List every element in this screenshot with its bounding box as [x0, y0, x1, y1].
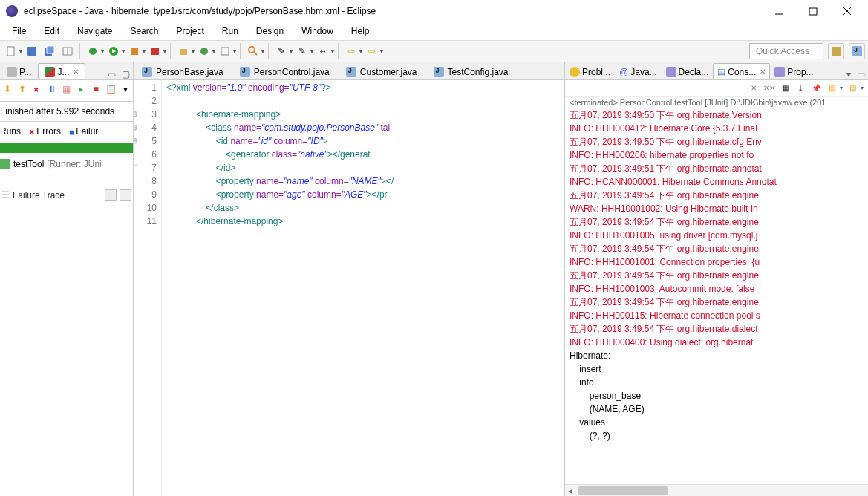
- dropdown-icon[interactable]: ▾: [290, 48, 293, 55]
- dropdown-icon[interactable]: ▾: [212, 48, 215, 55]
- dropdown-icon[interactable]: ▾: [310, 48, 313, 55]
- dropdown-icon[interactable]: ▾: [233, 48, 236, 55]
- close-icon[interactable]: ✕: [73, 68, 79, 76]
- quick-access-input[interactable]: Quick Access: [749, 43, 823, 59]
- next-failure-button[interactable]: ⬇: [1, 83, 13, 95]
- maximize-view-button[interactable]: ▢: [119, 69, 133, 79]
- menu-navigate[interactable]: Navigate: [70, 25, 120, 38]
- debug-button[interactable]: [85, 43, 101, 59]
- editor-tab[interactable]: PersonBase.java: [134, 63, 232, 79]
- dropdown-icon[interactable]: ▾: [331, 48, 334, 55]
- tab-junit[interactable]: J...✕: [38, 63, 85, 79]
- menu-button[interactable]: ▾: [120, 83, 131, 95]
- dropdown-icon[interactable]: ▾: [143, 48, 146, 55]
- stop-button[interactable]: ■: [90, 83, 102, 95]
- remove-launch-button[interactable]: ✕: [748, 82, 760, 94]
- clear-console-button[interactable]: ▦: [779, 82, 791, 94]
- compare-button[interactable]: [105, 189, 117, 201]
- dropdown-icon[interactable]: ▾: [840, 85, 843, 91]
- junit-icon: [45, 67, 55, 77]
- dropdown-icon[interactable]: ▾: [261, 48, 264, 55]
- nav-button[interactable]: ↔: [315, 43, 331, 59]
- forward-button[interactable]: ⇨: [364, 43, 380, 59]
- new-button[interactable]: [3, 43, 19, 59]
- view-menu-button[interactable]: ▾: [843, 69, 854, 79]
- rerun-failed-button[interactable]: ▸: [75, 83, 87, 95]
- svg-rect-4: [7, 47, 14, 56]
- test-tree-item[interactable]: testTool [Runner: JUni: [0, 157, 133, 171]
- dropdown-icon[interactable]: ▾: [19, 48, 22, 55]
- separator-icon: [240, 43, 241, 59]
- minimize-view-button[interactable]: ▭: [105, 69, 119, 79]
- dropdown-icon[interactable]: ▾: [380, 48, 383, 55]
- history-button[interactable]: 📋: [105, 83, 117, 95]
- scrollbar-thumb[interactable]: [578, 486, 668, 495]
- nav-button[interactable]: ✎: [273, 43, 290, 59]
- show-failures-button[interactable]: [31, 83, 43, 95]
- pin-console-button[interactable]: 📌: [810, 82, 822, 94]
- menu-design[interactable]: Design: [249, 25, 291, 38]
- svg-point-10: [89, 48, 97, 55]
- tab-console[interactable]: ▤Cons...✕: [713, 63, 770, 79]
- line-gutter: 1 2⊟ 3⊟ 4⊟ 5 6￣ 7 8 9 10 11: [134, 80, 162, 496]
- editor-tab[interactable]: TestConfig.java: [425, 63, 517, 79]
- menu-help[interactable]: Help: [344, 25, 377, 38]
- tab-declaration[interactable]: Decla...: [662, 63, 714, 79]
- menubar: File Edit Navigate Search Project Run De…: [0, 22, 868, 40]
- dropdown-icon[interactable]: ▾: [192, 48, 195, 55]
- dropdown-icon[interactable]: ▾: [861, 85, 864, 91]
- prev-failure-button[interactable]: ⬆: [16, 83, 28, 95]
- rerun-button[interactable]: ▦: [61, 83, 73, 95]
- save-button[interactable]: [24, 43, 40, 59]
- search-button[interactable]: [245, 43, 261, 59]
- open-perspective-button[interactable]: [828, 43, 844, 59]
- java-perspective-button[interactable]: [849, 43, 865, 59]
- editor-tab[interactable]: Customer.java: [338, 63, 425, 79]
- close-button[interactable]: [837, 4, 858, 19]
- code-content[interactable]: <?xml version="1.0" encoding="UTF-8"?> <…: [162, 80, 394, 496]
- run-last-button[interactable]: [126, 43, 143, 59]
- open-console-button[interactable]: ▤: [846, 82, 858, 94]
- menu-project[interactable]: Project: [169, 25, 211, 38]
- menu-window[interactable]: Window: [294, 25, 341, 38]
- dropdown-icon[interactable]: ▾: [359, 48, 362, 55]
- editor-tabs: PersonBase.java PersonControl.java Custo…: [134, 62, 564, 80]
- menu-file[interactable]: File: [4, 25, 33, 38]
- minimize-button[interactable]: [769, 4, 789, 19]
- console-output[interactable]: 五月07, 2019 3:49:50 下午 org.hibernate.Vers…: [565, 108, 868, 484]
- tab-label: Cons...: [728, 67, 756, 77]
- horizontal-scrollbar[interactable]: ◂: [565, 484, 868, 496]
- tab-javadoc[interactable]: @Java...: [615, 63, 662, 79]
- new-package-button[interactable]: [175, 43, 192, 59]
- maximize-button[interactable]: [803, 4, 823, 19]
- new-class-button[interactable]: [196, 43, 212, 59]
- scroll-lock-button[interactable]: ⤓: [794, 82, 806, 94]
- dropdown-icon[interactable]: ▾: [101, 48, 104, 55]
- back-button[interactable]: ⇦: [343, 43, 359, 59]
- ext-tools-button[interactable]: [147, 43, 163, 59]
- menu-run[interactable]: Run: [215, 25, 246, 38]
- minimize-view-button[interactable]: ▭: [854, 69, 868, 79]
- dropdown-icon[interactable]: ▾: [163, 48, 166, 55]
- run-button[interactable]: [105, 43, 122, 59]
- save-all-button[interactable]: [42, 43, 58, 59]
- tab-properties[interactable]: Prop...: [770, 63, 818, 79]
- close-icon[interactable]: ✕: [760, 68, 766, 76]
- scroll-lock-button[interactable]: ⏸: [46, 83, 58, 95]
- new-type-button[interactable]: [217, 43, 233, 59]
- menu-search[interactable]: Search: [123, 25, 166, 38]
- editor-tab[interactable]: PersonControl.java: [232, 63, 338, 79]
- tab-package-explorer[interactable]: P...: [0, 63, 38, 79]
- filter-stack-button[interactable]: [120, 189, 131, 201]
- tab-label: Prop...: [787, 67, 813, 77]
- dropdown-icon[interactable]: ▾: [122, 48, 125, 55]
- tab-problems[interactable]: Probl...: [565, 63, 615, 79]
- switch-editor-button[interactable]: [59, 43, 76, 59]
- code-editor[interactable]: 1 2⊟ 3⊟ 4⊟ 5 6￣ 7 8 9 10 11 <?xml versio…: [134, 80, 564, 496]
- remove-all-button[interactable]: ✕✕: [763, 82, 775, 94]
- nav-button[interactable]: ✎: [294, 43, 310, 59]
- right-tabs: Probl... @Java... Decla... ▤Cons...✕ Pro…: [565, 62, 868, 80]
- display-console-button[interactable]: ▤: [826, 82, 838, 94]
- console-header: <terminated> PersonControl.testTool [JUn…: [565, 97, 868, 108]
- menu-edit[interactable]: Edit: [36, 25, 67, 38]
